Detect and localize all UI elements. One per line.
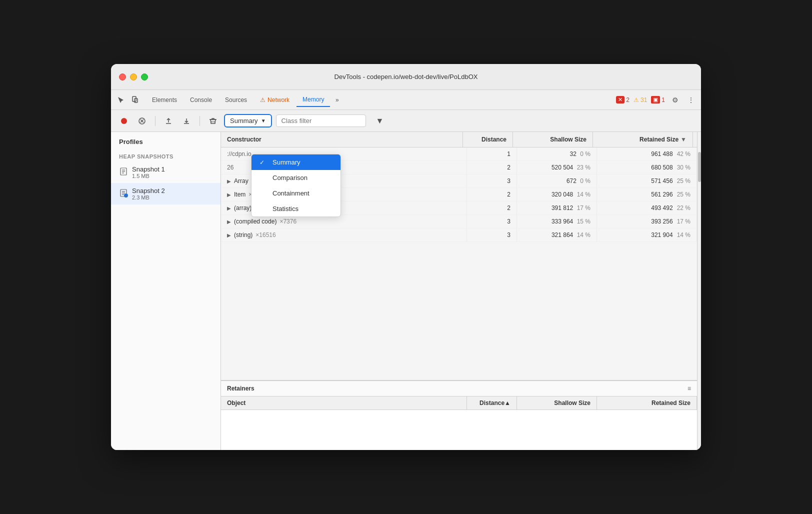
more-options-icon[interactable]: ⋮ [685,94,697,106]
retainers-menu-icon[interactable]: ≡ [688,385,691,392]
retainers-section: Retainers ≡ Object Distance▲ Shallow Siz… [221,380,697,450]
header-shallow-size[interactable]: Shallow Size [513,132,593,147]
dropdown-containment[interactable]: Containment [252,186,340,201]
main-area: Profiles HEAP SNAPSHOTS Snapshot 1 1.5 M [111,132,701,450]
class-filter-input[interactable] [276,114,366,127]
row-shallow-5: 333 964 15 % [517,215,597,228]
dropdown-summary[interactable]: ✓ Summary [252,154,340,170]
row-retained-1: 680 508 30 % [597,161,697,174]
expand-icon[interactable]: ▶ [227,232,231,238]
snapshot-1-info: Snapshot 1 1.5 MB [132,166,165,179]
collect-garbage-button[interactable] [206,114,220,128]
header-retained-size[interactable]: Retained Size ▼ [593,132,693,147]
retainers-header-object[interactable]: Object [221,396,467,410]
more-tabs-icon[interactable]: » [331,94,343,106]
snapshot-1-size: 1.5 MB [132,173,165,179]
snapshot-2-info: Snapshot 2 2.3 MB [132,187,165,200]
svg-point-2 [121,118,127,124]
snapshot-item-2[interactable]: ✓ Snapshot 2 2.3 MB [111,183,220,204]
settings-icon[interactable]: ⚙ [669,94,681,106]
row-shallow-6: 321 864 14 % [517,228,597,242]
dropdown-arrow-icon: ▼ [261,118,266,124]
close-button[interactable] [119,74,126,80]
row-shallow-0: 32 0 % [517,148,597,160]
row-distance-1: 2 [467,161,517,174]
toolbar-divider-1 [155,116,156,126]
dropdown-comparison[interactable]: Comparison [252,170,340,186]
error-badge[interactable]: ✕ 2 [616,96,630,104]
devtools-window: DevTools - codepen.io/web-dot-dev/live/P… [111,64,701,450]
expand-icon[interactable]: ▶ [227,192,231,198]
warning-icon: ⚠ [260,96,266,104]
row-retained-0: 961 488 42 % [597,148,697,160]
tab-elements[interactable]: Elements [146,94,183,106]
expand-icon[interactable]: ▶ [227,206,231,211]
tabs-right: ✕ 2 ⚠ 31 ▣ 1 ⚙ ⋮ [616,94,697,106]
tab-network[interactable]: ⚠ Network [254,94,296,106]
filter-dropdown-button[interactable]: ▼ [374,115,386,127]
sidebar-title: Profiles [111,138,220,150]
memory-toolbar: Summary ▼ ▼ [111,110,701,132]
tab-memory[interactable]: Memory [296,93,330,107]
header-distance[interactable]: Distance [463,132,513,147]
maximize-button[interactable] [141,74,148,80]
snapshot-1-icon [119,167,128,178]
scrollbar-thumb[interactable] [698,152,701,182]
expand-icon[interactable]: ▶ [227,178,231,184]
upload-button[interactable] [162,114,176,128]
table-row[interactable]: ▶ (compiled code) ×7376 3 333 964 15 % [221,215,697,228]
devtools-icons [115,94,141,106]
content-area: ✓ Summary Comparison Containment Statist… [221,132,697,450]
summary-dropdown-button[interactable]: Summary ▼ [224,114,272,128]
minimize-button[interactable] [130,74,137,80]
sidebar: Profiles HEAP SNAPSHOTS Snapshot 1 1.5 M [111,132,221,450]
header-constructor[interactable]: Constructor [221,132,463,147]
row-shallow-4: 391 812 17 % [517,202,597,214]
device-icon[interactable] [129,94,141,106]
row-distance-5: 3 [467,215,517,228]
snapshot-1-name: Snapshot 1 [132,166,165,173]
snapshot-item-1[interactable]: Snapshot 1 1.5 MB [111,162,220,183]
row-retained-4: 493 492 22 % [597,202,697,214]
tab-sources[interactable]: Sources [219,94,253,106]
svg-text:✓: ✓ [125,194,127,198]
tab-console[interactable]: Console [184,94,218,106]
retainers-header-distance[interactable]: Distance▲ [467,396,517,410]
info-badge[interactable]: ▣ 1 [651,96,665,104]
row-retained-6: 321 904 14 % [597,228,697,242]
toolbar-divider-2 [200,116,200,126]
view-select-label: Summary [230,117,258,124]
snapshot-2-size: 2.3 MB [132,194,165,200]
view-selector[interactable]: Summary ▼ [224,114,272,128]
row-retained-2: 571 456 25 % [597,174,697,188]
info-square-icon: ▣ [651,96,660,104]
heap-table-header: Constructor Distance Shallow Size Retain… [221,132,697,148]
warning-badge[interactable]: ⚠ 31 [634,96,647,104]
retainers-header-shallow[interactable]: Shallow Size [517,396,597,410]
retainers-empty-area [221,410,697,450]
title-bar: DevTools - codepen.io/web-dot-dev/live/P… [111,64,701,90]
row-distance-0: 1 [467,148,517,160]
expand-icon[interactable]: ▶ [227,219,231,224]
sort-down-icon: ▼ [680,136,686,143]
retainers-header: Retainers ≡ [221,381,697,396]
table-row[interactable]: ▶ (string) ×16516 3 321 864 14 % 321 9 [221,228,697,242]
dropdown-statistics[interactable]: Statistics [252,201,340,216]
download-button[interactable] [180,114,194,128]
scrollbar[interactable] [697,132,701,450]
row-shallow-2: 672 0 % [517,174,597,188]
stop-button[interactable] [135,114,149,128]
snapshot-2-icon: ✓ [119,188,128,200]
row-retained-3: 561 296 25 % [597,188,697,201]
row-shallow-1: 520 504 23 % [517,161,597,174]
cursor-icon[interactable] [115,94,127,106]
retainers-table-header: Object Distance▲ Shallow Size Retained S… [221,396,697,410]
retainers-header-retained[interactable]: Retained Size [597,396,697,410]
record-button[interactable] [117,114,131,128]
row-distance-3: 2 [467,188,517,201]
row-shallow-3: 320 048 14 % [517,188,597,201]
summary-dropdown[interactable]: ✓ Summary Comparison Containment Statist… [251,154,341,217]
heap-snapshots-label: HEAP SNAPSHOTS [111,150,220,162]
snapshot-2-name: Snapshot 2 [132,187,165,194]
tabs-bar: Elements Console Sources ⚠ Network Memor… [111,90,701,110]
